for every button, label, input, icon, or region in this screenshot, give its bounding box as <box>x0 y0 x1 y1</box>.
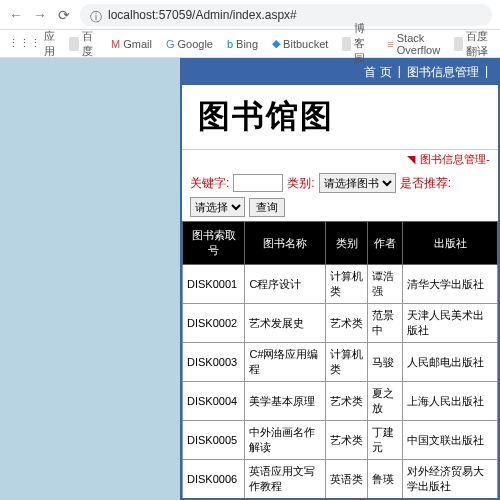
cell-id: DISK0003 <box>183 343 245 382</box>
bitbucket-icon: ◆ <box>272 37 280 50</box>
url-text: localhost:57059/Admin/index.aspx# <box>108 8 297 22</box>
table-row[interactable]: DISK0002艺术发展史艺术类范景中天津人民美术出版社 <box>183 304 498 343</box>
table-header-row: 图书索取号 图书名称 类别 作者 出版社 <box>183 222 498 265</box>
forward-button[interactable]: → <box>32 7 48 23</box>
cell-pub: 天津人民美术出版社 <box>403 304 498 343</box>
top-nav: 首 页 | 图书信息管理 | <box>182 60 498 85</box>
col-category: 类别 <box>326 222 368 265</box>
cell-cat: 计算机类 <box>326 265 368 304</box>
main-panel: 首 页 | 图书信息管理 | 图书馆图 图书信息管理- 关键字: 类别: 请选择… <box>180 58 500 500</box>
book-table: 图书索取号 图书名称 类别 作者 出版社 DISK0001C程序设计计算机类谭浩… <box>182 221 498 500</box>
cell-name: 英语应用文写作教程 <box>245 460 326 499</box>
apps-icon: ⋮⋮⋮ <box>8 37 41 50</box>
bookmark-item[interactable]: GGoogle <box>166 38 213 50</box>
recommend-select[interactable]: 请选择 <box>190 197 245 217</box>
back-button[interactable]: ← <box>8 7 24 23</box>
bookmark-item[interactable]: ≡Stack Overflow <box>387 32 440 56</box>
col-id: 图书索取号 <box>183 222 245 265</box>
reload-button[interactable]: ⟳ <box>56 7 72 23</box>
nav-home[interactable]: 首 页 <box>364 64 391 81</box>
page-title: 图书馆图 <box>198 95 482 139</box>
cell-cat: 艺术类 <box>326 421 368 460</box>
cell-cat: 艺术类 <box>326 304 368 343</box>
col-publisher: 出版社 <box>403 222 498 265</box>
url-bar[interactable]: ⓘ localhost:57059/Admin/index.aspx# <box>80 4 492 26</box>
nav-book-info[interactable]: 图书信息管理 <box>407 64 479 81</box>
cell-author: 丁建元 <box>368 421 403 460</box>
site-icon <box>342 37 350 51</box>
cell-author: 夏之放 <box>368 382 403 421</box>
site-icon <box>69 37 79 51</box>
bookmark-item[interactable]: MGmail <box>111 38 152 50</box>
cell-id: DISK0006 <box>183 460 245 499</box>
query-button[interactable]: 查询 <box>249 198 285 217</box>
bookmark-item[interactable]: ◆Bitbucket <box>272 37 328 50</box>
bookmark-item[interactable]: 百度翻译 <box>454 29 492 59</box>
title-banner: 图书馆图 <box>182 85 498 150</box>
cell-name: 中外油画名作解读 <box>245 421 326 460</box>
bookmark-item[interactable]: bBing <box>227 38 258 50</box>
keyword-input[interactable] <box>233 174 283 192</box>
google-icon: G <box>166 38 175 50</box>
filter-row: 关键字: 类别: 请选择图书 是否推荐: 请选择 查询 <box>182 169 498 221</box>
cell-author: 鲁瑛 <box>368 460 403 499</box>
cell-cat: 艺术类 <box>326 382 368 421</box>
recommend-label: 是否推荐: <box>400 175 451 192</box>
cell-cat: 英语类 <box>326 460 368 499</box>
category-select[interactable]: 请选择图书 <box>319 173 396 193</box>
cell-author: 谭浩强 <box>368 265 403 304</box>
cell-id: DISK0001 <box>183 265 245 304</box>
cell-pub: 对外经济贸易大学出版社 <box>403 460 498 499</box>
cell-pub: 上海人民出版社 <box>403 382 498 421</box>
table-row[interactable]: DISK0005中外油画名作解读艺术类丁建元中国文联出版社 <box>183 421 498 460</box>
bookmark-item[interactable]: 博客园 <box>342 21 373 66</box>
cell-name: 美学基本原理 <box>245 382 326 421</box>
cell-id: DISK0005 <box>183 421 245 460</box>
cell-pub: 清华大学出版社 <box>403 265 498 304</box>
cell-cat: 计算机类 <box>326 343 368 382</box>
cell-id: DISK0002 <box>183 304 245 343</box>
page-content: 首 页 | 图书信息管理 | 图书馆图 图书信息管理- 关键字: 类别: 请选择… <box>0 58 500 500</box>
col-name: 图书名称 <box>245 222 326 265</box>
keyword-label: 关键字: <box>190 175 229 192</box>
cell-pub: 人民邮电出版社 <box>403 343 498 382</box>
table-row[interactable]: DISK0004美学基本原理艺术类夏之放上海人民出版社 <box>183 382 498 421</box>
table-row[interactable]: DISK0006英语应用文写作教程英语类鲁瑛对外经济贸易大学出版社 <box>183 460 498 499</box>
apps-button[interactable]: ⋮⋮⋮ 应用 <box>8 29 55 59</box>
table-row[interactable]: DISK0001C程序设计计算机类谭浩强清华大学出版社 <box>183 265 498 304</box>
bookmark-item[interactable]: 百度 <box>69 29 97 59</box>
info-icon: ⓘ <box>90 9 102 21</box>
bing-icon: b <box>227 38 233 50</box>
browser-toolbar: ← → ⟳ ⓘ localhost:57059/Admin/index.aspx… <box>0 0 500 30</box>
cell-name: C程序设计 <box>245 265 326 304</box>
cell-id: DISK0004 <box>183 382 245 421</box>
cell-author: 范景中 <box>368 304 403 343</box>
breadcrumb: 图书信息管理- <box>182 150 498 169</box>
bookmark-bar: ⋮⋮⋮ 应用 百度 MGmail GGoogle bBing ◆Bitbucke… <box>0 30 500 58</box>
cell-pub: 中国文联出版社 <box>403 421 498 460</box>
site-icon <box>454 37 462 51</box>
col-author: 作者 <box>368 222 403 265</box>
cell-name: 艺术发展史 <box>245 304 326 343</box>
cell-name: C#网络应用编程 <box>245 343 326 382</box>
stackoverflow-icon: ≡ <box>387 38 393 50</box>
category-label: 类别: <box>287 175 314 192</box>
gmail-icon: M <box>111 38 120 50</box>
cell-author: 马骏 <box>368 343 403 382</box>
table-row[interactable]: DISK0003C#网络应用编程计算机类马骏人民邮电出版社 <box>183 343 498 382</box>
